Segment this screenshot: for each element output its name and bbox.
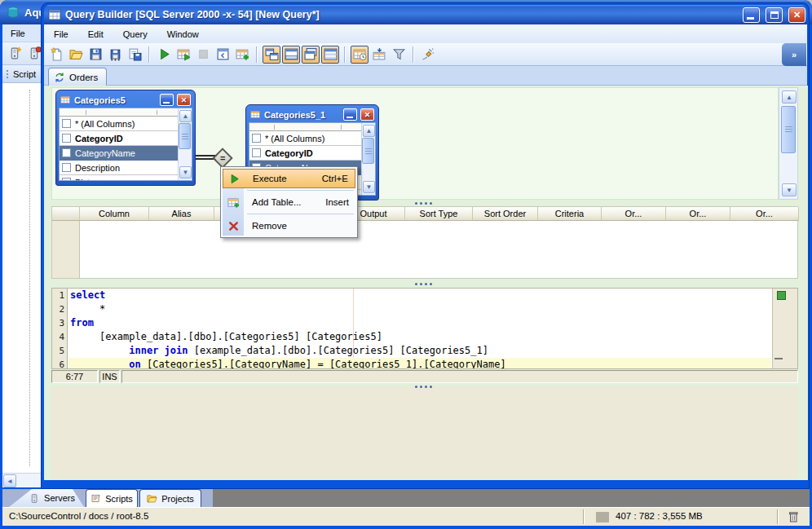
tab-projects[interactable]: Projects — [139, 489, 201, 507]
insert-mode: INS — [99, 370, 120, 383]
scroll-up-button[interactable]: ▲ — [782, 90, 797, 104]
table-down-button[interactable] — [370, 46, 388, 64]
save-special-button[interactable] — [126, 46, 143, 64]
close-button[interactable]: ✕ — [788, 7, 805, 23]
grid-header-sortorder[interactable]: Sort Order — [473, 207, 538, 221]
checkbox[interactable] — [252, 148, 261, 157]
menu-item-shortcut: Insert — [325, 197, 349, 207]
grid-header-or[interactable]: Or... — [730, 207, 799, 221]
grid-header-or[interactable]: Or... — [666, 207, 730, 221]
menu-edit[interactable]: Edit — [85, 28, 107, 41]
pane-rows-icon — [324, 47, 338, 61]
column-row[interactable]: CategoryID — [249, 146, 361, 161]
pane-cascade2-button[interactable] — [302, 46, 320, 64]
scroll-down-button[interactable]: ▼ — [782, 183, 797, 196]
sidebar-header[interactable]: Script — [2, 65, 42, 83]
sql-keyword: on — [129, 359, 140, 368]
filter-icon — [392, 47, 406, 61]
table-clock-button[interactable] — [351, 46, 368, 64]
tab-scripts[interactable]: Scripts — [86, 489, 138, 507]
grid-header-column[interactable]: Column — [80, 207, 149, 221]
column-row[interactable]: CategoryID — [60, 131, 178, 146]
save-multi-button[interactable] — [106, 46, 124, 64]
checkbox[interactable] — [62, 178, 71, 180]
close-button[interactable]: ✕ — [360, 108, 374, 121]
trash-icon[interactable] — [787, 510, 800, 523]
minimize-button[interactable] — [743, 7, 760, 23]
column-row[interactable]: * (All Columns) — [60, 117, 178, 131]
stop-button[interactable] — [194, 46, 212, 64]
qb-titlebar[interactable]: Query Builder [SQL Server 2000 -x- 54] [… — [44, 5, 807, 24]
menu-window[interactable]: Window — [164, 28, 202, 41]
checkbox[interactable] — [62, 119, 71, 128]
diagram-vscrollbar[interactable]: ▲ ▼ — [779, 87, 798, 200]
scroll-left-button[interactable]: ◄ — [3, 474, 16, 487]
delete-icon — [226, 218, 241, 233]
table-window-titlebar[interactable]: Categories5✕ — [59, 92, 192, 108]
run-table-button[interactable] — [174, 46, 192, 64]
status-path: C:\SourceControl / docs / root-8.5 — [9, 511, 148, 521]
page-new-button[interactable] — [47, 46, 65, 64]
filter-button[interactable] — [390, 46, 408, 64]
splitter-handle[interactable] — [409, 201, 437, 205]
server-add-icon — [8, 46, 22, 60]
menu-query[interactable]: Query — [120, 28, 151, 41]
toolbar-overflow-button[interactable]: » — [782, 43, 806, 66]
plug-button[interactable] — [419, 46, 437, 64]
checkbox[interactable] — [252, 134, 261, 143]
server-add-button[interactable] — [6, 45, 24, 63]
checkbox[interactable] — [62, 163, 71, 172]
splitter-handle[interactable] — [409, 384, 437, 389]
menu-item-label: Add Table... — [252, 197, 325, 207]
scroll-up-button[interactable]: ▲ — [363, 125, 375, 137]
line-number: 5 — [59, 344, 64, 358]
maximize-button[interactable] — [766, 7, 783, 23]
column-row[interactable]: Description — [60, 161, 178, 175]
sql-editor[interactable]: 123456 select *from [example_data].[dbo]… — [51, 288, 798, 369]
save-button[interactable] — [86, 46, 104, 64]
table-window-titlebar[interactable]: Categories5_1✕ — [249, 107, 376, 122]
minimize-button[interactable] — [343, 108, 357, 121]
scroll-down-button[interactable]: ▼ — [179, 166, 192, 179]
scroll-thumb[interactable] — [781, 106, 796, 153]
menu-file[interactable]: File — [7, 27, 29, 40]
pane-rows-button[interactable] — [321, 46, 339, 64]
column-list: * (All Columns)CategoryIDCategoryNameDes… — [60, 108, 178, 180]
folder-open-button[interactable] — [67, 46, 85, 64]
scroll-thumb[interactable] — [179, 123, 191, 149]
pane-cascade-button[interactable] — [263, 46, 280, 64]
scroll-thumb[interactable] — [362, 138, 374, 164]
minimize-button[interactable] — [160, 94, 174, 106]
tab-orders[interactable]: Orders — [48, 68, 107, 86]
table-vscrollbar[interactable]: ▲▼ — [178, 108, 192, 180]
checkbox[interactable] — [62, 148, 71, 157]
toolbar-separator — [256, 46, 258, 63]
menu-item-addtable[interactable]: Add Table...Insert — [223, 192, 355, 212]
play-button[interactable] — [155, 46, 173, 64]
menu-file[interactable]: File — [51, 28, 72, 41]
splitter-handle[interactable] — [409, 281, 437, 286]
column-row[interactable]: Picture — [60, 175, 178, 180]
grid-header-sorttype[interactable]: Sort Type — [405, 207, 473, 221]
grid-header-alias[interactable]: Alias — [149, 207, 214, 221]
sidebar-hscrollbar[interactable]: ◄ — [2, 473, 42, 487]
table-add-button[interactable] — [233, 46, 251, 64]
doc-window-button[interactable] — [214, 46, 232, 64]
scroll-down-button[interactable]: ▼ — [363, 181, 375, 193]
menu-item-remove[interactable]: Remove — [223, 216, 355, 236]
table-vscrollbar[interactable]: ▲▼ — [361, 123, 375, 195]
desktop: Aqu FileE Script ◄ ServersScriptsProject… — [0, 0, 812, 529]
grid-header-criteria[interactable]: Criteria — [538, 207, 602, 221]
sidebar-tree[interactable] — [2, 83, 42, 473]
scroll-up-button[interactable]: ▲ — [179, 110, 192, 122]
checkbox[interactable] — [62, 134, 71, 143]
close-button[interactable]: ✕ — [177, 94, 191, 106]
grid-header-or[interactable]: Or... — [602, 207, 666, 221]
code-area[interactable]: select *from [example_data].[dbo].[Categ… — [68, 289, 771, 368]
column-row[interactable]: CategoryName — [60, 146, 178, 161]
menu-item-execute[interactable]: ExecuteCtrl+E — [223, 169, 355, 188]
table-add-icon — [236, 47, 249, 61]
pane-split-button[interactable] — [282, 46, 300, 64]
app-icon — [7, 6, 20, 19]
column-row[interactable]: * (All Columns) — [249, 131, 361, 146]
